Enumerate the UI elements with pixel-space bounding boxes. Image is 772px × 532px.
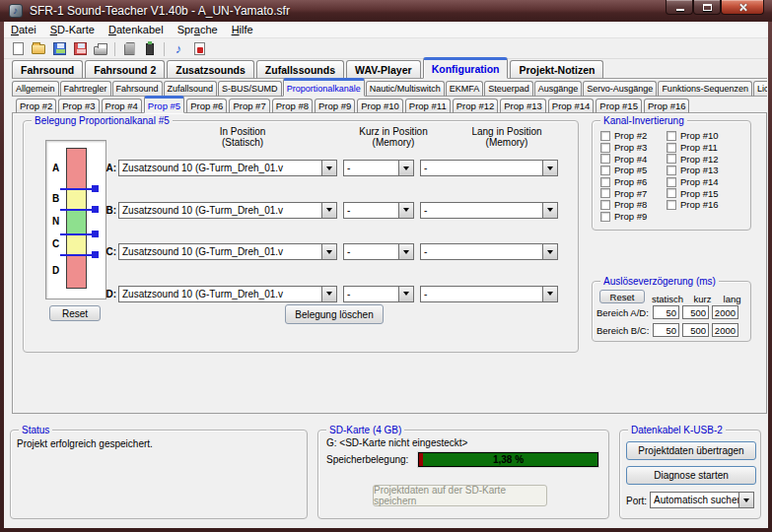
lang-memory-select[interactable]: -: [420, 286, 558, 302]
prop-invert-option[interactable]: Prop #13: [667, 165, 719, 176]
chevron-down-icon[interactable]: [321, 244, 336, 259]
config-tab[interactable]: Allgemein: [12, 81, 59, 97]
save-button[interactable]: [50, 40, 68, 57]
menu-item[interactable]: Hilfe: [225, 22, 260, 38]
port-select[interactable]: Automatisch suchen: [650, 492, 754, 508]
prop-invert-option[interactable]: Prop #5: [600, 165, 647, 176]
prop-invert-option[interactable]: Prop #8: [600, 199, 647, 211]
menu-item[interactable]: SD-Karte: [43, 22, 102, 38]
config-tab[interactable]: Proportionalkanäle: [283, 78, 365, 97]
delay-reset-button[interactable]: Reset: [599, 290, 645, 303]
prop-invert-option[interactable]: Prop #6: [600, 176, 647, 188]
transfer-project-button[interactable]: Projektdaten übertragen: [626, 441, 756, 460]
prop-tab[interactable]: Prop #12: [453, 99, 499, 113]
config-tab[interactable]: Steuerpad: [484, 81, 533, 97]
prop-invert-option[interactable]: Prop #11: [667, 142, 719, 154]
kurz-memory-select[interactable]: -: [343, 243, 414, 260]
checkbox-icon[interactable]: [667, 166, 676, 175]
prop-tab[interactable]: Prop #14: [548, 99, 595, 113]
lang-memory-select[interactable]: -: [420, 160, 558, 176]
prop-invert-option[interactable]: Prop #12: [667, 153, 719, 165]
prop-invert-option[interactable]: Prop #14: [667, 176, 719, 188]
chevron-down-icon[interactable]: [321, 161, 336, 175]
main-tab[interactable]: Fahrsound 2: [85, 60, 165, 79]
zone-boundary-handle[interactable]: [92, 231, 99, 237]
kurz-memory-select[interactable]: -: [343, 202, 414, 219]
main-tab[interactable]: Zusatzsounds: [167, 60, 254, 79]
config-tab[interactable]: S-BUS/SUMD: [218, 81, 282, 97]
config-tab[interactable]: Lichtmodul: [753, 81, 767, 97]
prop-tab[interactable]: Prop #10: [357, 99, 403, 113]
prop-invert-option[interactable]: Prop #10: [667, 130, 719, 142]
checkbox-icon[interactable]: [600, 177, 610, 187]
chevron-down-icon[interactable]: [321, 287, 336, 301]
checkbox-icon[interactable]: [600, 200, 610, 210]
prop-tab[interactable]: Prop #9: [315, 99, 355, 113]
prop-tab[interactable]: Prop #5: [144, 96, 184, 113]
prop-invert-option[interactable]: Prop #2: [600, 130, 647, 142]
usb-cable-button[interactable]: [141, 40, 159, 57]
checkbox-icon[interactable]: [600, 212, 610, 222]
prop-tab[interactable]: Prop #4: [102, 99, 142, 113]
main-tab[interactable]: Konfiguration: [423, 57, 509, 79]
prop-tab[interactable]: Prop #6: [186, 99, 227, 113]
prop-invert-option[interactable]: Prop #4: [600, 153, 647, 165]
prop-tab[interactable]: Prop #11: [405, 99, 451, 113]
lang-memory-select[interactable]: -: [420, 243, 558, 260]
menu-item[interactable]: Sprache: [171, 22, 225, 38]
chevron-down-icon[interactable]: [398, 161, 413, 175]
main-tab[interactable]: Fahrsound: [12, 60, 83, 79]
checkbox-icon[interactable]: [667, 188, 676, 198]
prop-tab[interactable]: Prop #15: [596, 99, 642, 113]
chevron-down-icon[interactable]: [542, 203, 557, 218]
minimize-button[interactable]: [666, 0, 693, 15]
checkbox-icon[interactable]: [600, 131, 610, 141]
print-button[interactable]: [92, 40, 109, 57]
chevron-down-icon[interactable]: [738, 493, 753, 507]
checkbox-icon[interactable]: [600, 166, 610, 175]
config-tab[interactable]: Nautic/Multiswitch: [366, 81, 445, 97]
chevron-down-icon[interactable]: [398, 203, 413, 218]
sd-card-button[interactable]: [120, 40, 138, 57]
chevron-down-icon[interactable]: [321, 203, 336, 218]
checkbox-icon[interactable]: [667, 143, 676, 153]
delay-ad-kurz-input[interactable]: [682, 305, 709, 319]
save-to-sd-button[interactable]: Projektdaten auf der SD-Karte speichern: [373, 485, 547, 506]
chevron-down-icon[interactable]: [398, 244, 413, 259]
pdf-export-button[interactable]: [190, 40, 208, 57]
indicator-reset-button[interactable]: Reset: [49, 305, 101, 321]
config-tab[interactable]: Ausgänge: [534, 81, 583, 97]
main-tab[interactable]: Zufallssounds: [256, 60, 344, 79]
prop-invert-option[interactable]: Prop #9: [600, 211, 647, 223]
prop-tab[interactable]: Prop #13: [500, 99, 546, 113]
clear-assignment-button[interactable]: Belegung löschen: [285, 304, 384, 324]
config-tab[interactable]: EKMFA: [446, 81, 484, 97]
chevron-down-icon[interactable]: [398, 287, 413, 301]
prop-invert-option[interactable]: Prop #16: [667, 199, 719, 211]
prop-invert-option[interactable]: Prop #7: [600, 187, 647, 199]
main-tab[interactable]: Projekt-Notizen: [510, 60, 603, 79]
checkbox-icon[interactable]: [667, 154, 676, 164]
checkbox-icon[interactable]: [600, 143, 610, 153]
open-file-button[interactable]: [30, 40, 47, 57]
delay-bc-lang-input[interactable]: [712, 323, 738, 337]
checkbox-icon[interactable]: [600, 154, 610, 164]
chevron-down-icon[interactable]: [542, 161, 557, 175]
main-tab[interactable]: WAV-Player: [346, 60, 421, 79]
checkbox-icon[interactable]: [667, 177, 676, 187]
config-tab[interactable]: Servo-Ausgänge: [583, 81, 657, 97]
static-sound-select[interactable]: Zusatzsound 10 (G-Turm_Dreh_01.v: [118, 286, 337, 302]
prop-invert-option[interactable]: Prop #3: [600, 142, 647, 154]
prop-tab[interactable]: Prop #7: [229, 99, 269, 113]
lang-memory-select[interactable]: -: [420, 202, 558, 219]
delay-bc-kurz-input[interactable]: [682, 323, 709, 337]
prop-invert-option[interactable]: Prop #15: [667, 187, 719, 199]
zone-boundary-handle[interactable]: [92, 185, 99, 192]
config-tab[interactable]: Zufallsound: [164, 81, 218, 97]
maximize-button[interactable]: [693, 0, 721, 15]
new-file-button[interactable]: [9, 40, 27, 57]
delay-ad-statisch-input[interactable]: [653, 305, 679, 319]
start-diagnosis-button[interactable]: Diagnose starten: [626, 466, 756, 485]
static-sound-select[interactable]: Zusatzsound 10 (G-Turm_Dreh_01.v: [118, 202, 337, 219]
static-sound-select[interactable]: Zusatzsound 10 (G-Turm_Dreh_01.v: [118, 160, 337, 176]
